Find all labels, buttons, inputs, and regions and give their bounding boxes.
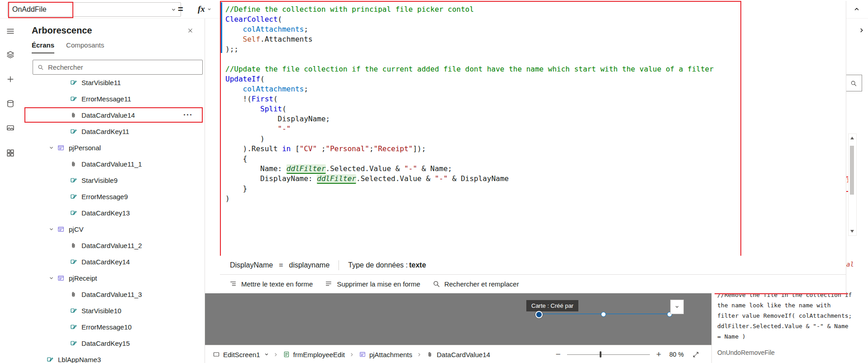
rail-tree-view-button[interactable] xyxy=(6,50,15,59)
formula-editor[interactable]: //Define the collection with principal f… xyxy=(220,1,741,258)
zoom-out-button[interactable]: − xyxy=(555,349,562,359)
code-line: ) xyxy=(225,194,714,204)
info-type-label: Type de données : xyxy=(348,261,408,269)
tree-item[interactable]: DataCardValue14··· xyxy=(21,107,205,123)
close-panel-button[interactable] xyxy=(187,27,194,34)
tree-tabs: Écrans Composants xyxy=(21,38,205,53)
tree-search-input[interactable]: Rechercher xyxy=(33,60,203,75)
tree-item-label: StarVisible9 xyxy=(81,177,118,184)
chevron-down-icon xyxy=(49,276,54,281)
property-selector[interactable]: OnAddFile xyxy=(7,2,181,17)
tree-item[interactable]: DataCardKey11 xyxy=(21,123,205,139)
bottom-bar: EditScreen1frmEmployeeEditpjAttachmentsD… xyxy=(205,345,711,363)
panel-title: Arborescence xyxy=(32,25,92,36)
code-line: ClearCollect( xyxy=(225,14,714,24)
resize-handle[interactable] xyxy=(601,312,606,317)
tree-item[interactable]: pjReceipt xyxy=(21,270,205,286)
tree-item[interactable]: DataCardKey13 xyxy=(21,205,205,221)
code-line: //Update the file collection if the curr… xyxy=(225,64,714,74)
zoom-slider[interactable] xyxy=(567,351,650,358)
breadcrumb-separator xyxy=(349,352,354,357)
tree-item-label: ErrorMessage9 xyxy=(81,193,128,201)
fx-selector[interactable]: fx xyxy=(198,0,211,18)
pane-search-icon-wrap xyxy=(850,80,857,87)
clear-format-button[interactable]: Supprimer la mise en forme xyxy=(324,280,420,288)
chevron-down-icon xyxy=(264,352,269,357)
tab-ecrans[interactable]: Écrans xyxy=(32,41,54,53)
fit-to-window-button[interactable] xyxy=(692,351,700,358)
expand-pane-button[interactable] xyxy=(858,27,865,33)
tree-item[interactable]: ErrorMessage11 xyxy=(21,91,205,107)
info-type-value: texte xyxy=(409,261,426,269)
breadcrumb-item[interactable]: frmEmployeeEdit xyxy=(283,351,345,358)
breadcrumb-item[interactable]: EditScreen1 xyxy=(213,351,269,358)
rail-data-button[interactable] xyxy=(6,99,15,108)
apps-grid-icon xyxy=(6,148,15,158)
divider xyxy=(339,260,339,270)
tree-item[interactable]: ErrorMessage9 xyxy=(21,188,205,205)
zoom-slider-thumb[interactable] xyxy=(600,351,601,358)
breadcrumb-separator xyxy=(417,352,422,357)
pane-scrollbar[interactable] xyxy=(848,134,857,236)
zoom-in-button[interactable]: + xyxy=(655,349,662,359)
tree-item[interactable]: DataCardValue11_1 xyxy=(21,156,205,172)
tree-item[interactable]: DataCardValue11_3 xyxy=(21,286,205,302)
tree-item-label: StarVisible10 xyxy=(81,307,121,315)
expand-icon xyxy=(692,351,700,358)
info-equals: = xyxy=(279,261,283,269)
equals-sign: = xyxy=(178,0,183,18)
chevron-right-icon xyxy=(273,352,278,357)
tree-item-label: pjReceipt xyxy=(69,274,97,282)
tree-item-label: DataCardKey11 xyxy=(81,128,129,135)
attachment-icon xyxy=(426,351,434,358)
tree-item[interactable]: LblAppName3 xyxy=(21,351,205,363)
rail-menu-button[interactable] xyxy=(6,27,15,36)
search-button[interactable]: Rechercher et remplacer xyxy=(432,280,519,288)
scrollbar-down-arrow[interactable] xyxy=(850,230,854,233)
right-pane-code: //Remove the file in the collection ifth… xyxy=(717,290,849,342)
tree-item[interactable]: StarVisible10 xyxy=(21,302,205,319)
property-selector-chevron xyxy=(171,7,176,12)
rail-apps-grid-button[interactable] xyxy=(6,148,15,158)
pane-search-button[interactable] xyxy=(844,75,862,91)
search-icon xyxy=(850,80,857,87)
card-icon xyxy=(359,351,366,358)
tree-item[interactable]: DataCardValue11_2 xyxy=(21,237,205,253)
menu-icon xyxy=(6,27,15,36)
text-control-icon xyxy=(70,323,77,331)
breadcrumb-item[interactable]: pjAttachments xyxy=(359,351,412,358)
toolbar-button-label: Mettre le texte en forme xyxy=(241,280,313,288)
scrollbar-up-arrow[interactable] xyxy=(850,137,854,139)
tree-item[interactable]: pjCV xyxy=(21,221,205,237)
control-dropdown-button[interactable] xyxy=(670,300,684,314)
text-control-icon xyxy=(46,356,54,363)
resize-handle[interactable] xyxy=(535,311,543,318)
data-icon xyxy=(6,99,15,108)
zoom-controls: − + 80 % xyxy=(555,349,700,359)
tab-composants[interactable]: Composants xyxy=(66,41,104,53)
form-icon xyxy=(283,351,290,358)
tree-item[interactable]: StarVisible9 xyxy=(21,172,205,188)
rail-media-button[interactable] xyxy=(6,124,15,133)
toolbar-button-label: Rechercher et remplacer xyxy=(444,280,519,288)
tree-item-label: StarVisible11 xyxy=(81,79,121,86)
code-line: UpdateIf( xyxy=(225,74,714,84)
tree-item[interactable]: DataCardKey15 xyxy=(21,335,205,351)
item-more-button[interactable]: ··· xyxy=(183,110,193,120)
text-control-icon xyxy=(70,258,77,266)
scrollbar-thumb[interactable] xyxy=(850,146,854,195)
tree-item[interactable]: DataCardKey14 xyxy=(21,253,205,270)
format-text-button[interactable]: Mettre le texte en forme xyxy=(229,280,313,288)
breadcrumb-item[interactable]: DataCardValue14 xyxy=(426,351,490,358)
formula-bar-collapse-button[interactable] xyxy=(854,6,860,12)
tree-item[interactable]: ErrorMessage10 xyxy=(21,319,205,335)
search-icon-wrap xyxy=(37,64,44,71)
screen-icon xyxy=(213,351,220,358)
code-line: colAttachments; xyxy=(225,84,714,94)
tree-item[interactable]: StarVisible11 xyxy=(21,74,205,91)
rail-insert-button[interactable] xyxy=(6,75,15,84)
formula-bar: //Define the collection with principal f… xyxy=(220,1,846,293)
tree-item[interactable]: pjPersonal xyxy=(21,139,205,156)
code-line: //Define the collection with principal f… xyxy=(225,5,714,14)
breadcrumb-label: DataCardValue14 xyxy=(437,351,490,358)
